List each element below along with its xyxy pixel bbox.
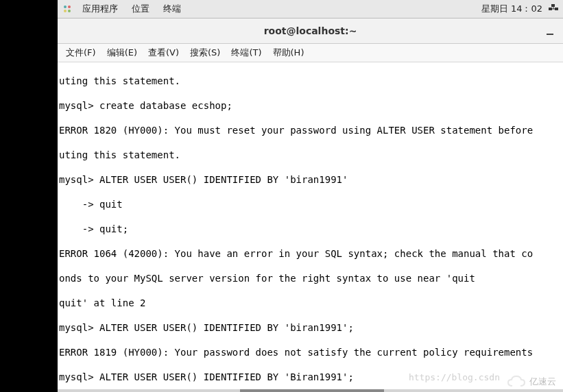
menu-terminal-tab[interactable]: 终端(T) <box>226 47 267 59</box>
menu-view[interactable]: 查看(V) <box>143 47 184 59</box>
terminal-line: uting this statement. <box>59 149 562 161</box>
svg-point-1 <box>68 5 71 8</box>
network-icon[interactable] <box>548 3 559 14</box>
terminal-line: mysql> ALTER USER USER() IDENTIFIED BY '… <box>59 173 562 186</box>
menu-places[interactable]: 位置 <box>125 3 156 15</box>
minimize-button[interactable] <box>545 27 555 36</box>
svg-rect-6 <box>551 4 555 7</box>
svg-point-0 <box>64 5 67 8</box>
terminal-line: ERROR 1819 (HY000): Your password does n… <box>59 346 562 358</box>
terminal-output[interactable]: uting this statement. mysql> create data… <box>58 62 563 392</box>
menu-search[interactable]: 搜索(S) <box>184 47 226 59</box>
svg-point-2 <box>64 10 67 12</box>
menu-terminal[interactable]: 终端 <box>156 3 188 15</box>
terminal-line: -> quit; <box>59 223 562 235</box>
watermark-logo: 亿速云 <box>507 376 556 388</box>
terminal-line: ERROR 1820 (HY000): You must reset your … <box>59 124 562 136</box>
watermark-url: https://blog.csdn <box>409 371 500 384</box>
scrollbar-horizontal[interactable] <box>58 389 563 392</box>
terminal-line: mysql> create database ecshop; <box>59 99 562 112</box>
terminal-menubar: 文件(F) 编辑(E) 查看(V) 搜索(S) 终端(T) 帮助(H) <box>58 44 563 62</box>
watermark-brand: 亿速云 <box>529 376 556 388</box>
terminal-line: uting this statement. <box>59 75 562 87</box>
top-panel: 应用程序 位置 终端 星期日 14：02 <box>58 0 563 19</box>
menu-applications[interactable]: 应用程序 <box>75 3 125 15</box>
applications-icon <box>62 3 73 14</box>
menu-help[interactable]: 帮助(H) <box>267 47 310 59</box>
menu-edit[interactable]: 编辑(E) <box>101 47 143 59</box>
cloud-icon <box>507 376 525 388</box>
svg-rect-9 <box>547 34 553 35</box>
terminal-line: onds to your MySQL server version for th… <box>59 272 562 284</box>
window-titlebar[interactable]: root@localhost:~ <box>58 19 563 44</box>
window-title: root@localhost:~ <box>264 25 357 36</box>
svg-point-3 <box>68 10 71 12</box>
terminal-line: ERROR 1064 (42000): You have an error in… <box>59 247 562 260</box>
terminal-line: mysql> ALTER USER USER() IDENTIFIED BY '… <box>59 321 562 334</box>
terminal-line: quit' at line 2 <box>59 297 562 309</box>
clock[interactable]: 星期日 14：02 <box>481 3 542 15</box>
terminal-line: -> quit <box>59 198 562 210</box>
menu-file[interactable]: 文件(F) <box>60 47 101 59</box>
